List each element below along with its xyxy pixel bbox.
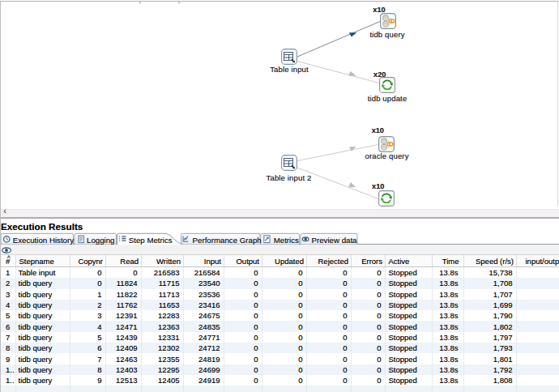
svg-text:x10: x10 <box>372 126 384 134</box>
svg-text:Table input 2: Table input 2 <box>267 173 312 182</box>
svg-text:tidb update: tidb update <box>368 94 408 103</box>
svg-text:Execution History: Execution History <box>13 236 75 245</box>
svg-text:x10: x10 <box>372 182 384 190</box>
svg-text:Table input: Table input <box>270 65 309 74</box>
svg-text:Performance Graph: Performance Graph <box>193 236 262 245</box>
svg-text:oracle query: oracle query <box>365 151 408 160</box>
svg-text:x20: x20 <box>373 70 386 79</box>
svg-text:Step Metrics: Step Metrics <box>129 236 173 245</box>
svg-text:tidb query: tidb query <box>369 30 404 39</box>
svg-text:Preview data: Preview data <box>312 236 358 245</box>
svg-text:Logging: Logging <box>87 236 114 245</box>
svg-text:x10: x10 <box>373 6 385 14</box>
svg-text:Metrics: Metrics <box>274 236 299 245</box>
